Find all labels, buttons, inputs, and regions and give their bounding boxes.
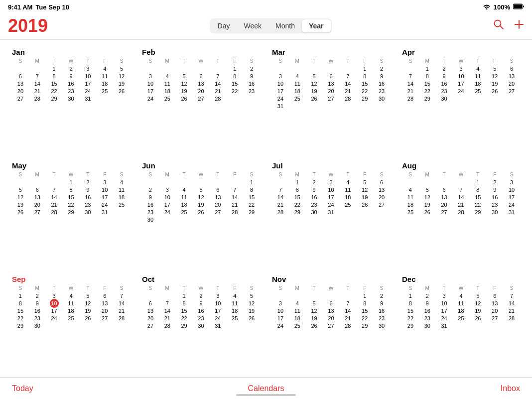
cal-day[interactable]: 27 xyxy=(503,87,520,95)
cal-day[interactable]: 5 xyxy=(176,72,193,80)
cal-day[interactable]: 21 xyxy=(402,87,419,95)
cal-day[interactable]: 12 xyxy=(193,193,210,201)
cal-day[interactable]: 1 xyxy=(243,178,260,186)
cal-day[interactable]: 3 xyxy=(96,178,113,186)
cal-day[interactable]: 20 xyxy=(29,201,46,208)
cal-day[interactable]: 17 xyxy=(272,87,289,95)
cal-day[interactable]: 26 xyxy=(193,208,210,216)
cal-day[interactable]: 1 xyxy=(46,65,63,72)
cal-day[interactable]: 7 xyxy=(226,186,243,193)
cal-day[interactable]: 8 xyxy=(402,299,419,307)
cal-day[interactable]: 22 xyxy=(63,201,80,208)
cal-day[interactable]: 31 xyxy=(209,322,226,329)
cal-day[interactable]: 31 xyxy=(272,102,289,110)
cal-day[interactable]: 26 xyxy=(113,87,130,95)
add-icon[interactable] xyxy=(514,19,524,32)
cal-day[interactable]: 5 xyxy=(419,186,436,193)
seg-year[interactable]: Year xyxy=(302,19,331,32)
cal-day[interactable]: 10 xyxy=(453,72,470,80)
cal-day[interactable]: 18 xyxy=(159,87,176,95)
cal-day[interactable]: 7 xyxy=(339,72,356,80)
search-icon[interactable] xyxy=(493,19,504,33)
cal-day[interactable]: 2 xyxy=(373,65,390,72)
cal-day[interactable]: 7 xyxy=(29,72,46,80)
month-block-jun[interactable]: JunSMTWTFS123456789101112131415161718192… xyxy=(138,159,264,265)
cal-day[interactable]: 27 xyxy=(193,95,210,102)
cal-day[interactable]: 3 xyxy=(142,72,159,80)
cal-day[interactable]: 6 xyxy=(142,299,159,307)
month-block-mar[interactable]: MarSMTWTFS123456789101112131415161718192… xyxy=(268,46,394,151)
cal-day[interactable]: 26 xyxy=(356,201,373,208)
cal-day[interactable]: 23 xyxy=(436,87,453,95)
cal-day[interactable]: 23 xyxy=(79,201,96,208)
cal-day[interactable]: 18 xyxy=(289,314,306,322)
cal-day[interactable]: 3 xyxy=(453,65,470,72)
cal-day[interactable]: 27 xyxy=(373,201,390,208)
cal-day[interactable]: 1 xyxy=(469,178,486,186)
seg-month[interactable]: Month xyxy=(268,19,302,32)
cal-day[interactable]: 14 xyxy=(29,80,46,87)
cal-day[interactable]: 11 xyxy=(159,80,176,87)
cal-day[interactable]: 18 xyxy=(453,307,470,314)
cal-day[interactable]: 19 xyxy=(243,307,260,314)
cal-day[interactable]: 18 xyxy=(402,201,419,208)
cal-day[interactable]: 12 xyxy=(243,299,260,307)
cal-day[interactable]: 30 xyxy=(193,322,210,329)
cal-day[interactable]: 1 xyxy=(176,292,193,299)
cal-day[interactable]: 14 xyxy=(272,193,289,201)
cal-day[interactable]: 27 xyxy=(436,208,453,216)
cal-day[interactable]: 15 xyxy=(356,307,373,314)
cal-day[interactable]: 12 xyxy=(469,299,486,307)
cal-day[interactable]: 15 xyxy=(12,307,29,314)
cal-day[interactable]: 19 xyxy=(12,201,29,208)
cal-day[interactable]: 19 xyxy=(356,193,373,201)
cal-day[interactable]: 20 xyxy=(209,201,226,208)
cal-day[interactable]: 15 xyxy=(226,80,243,87)
cal-day[interactable]: 2 xyxy=(63,65,80,72)
cal-day[interactable]: 1 xyxy=(402,292,419,299)
cal-day[interactable]: 26 xyxy=(486,87,503,95)
cal-day[interactable]: 21 xyxy=(209,87,226,95)
cal-day[interactable]: 22 xyxy=(226,87,243,95)
cal-day[interactable]: 18 xyxy=(113,193,130,201)
cal-day[interactable]: 30 xyxy=(63,95,80,102)
cal-day[interactable]: 12 xyxy=(306,80,323,87)
cal-day[interactable]: 10 xyxy=(209,299,226,307)
cal-day[interactable]: 9 xyxy=(373,72,390,80)
cal-day[interactable]: 2 xyxy=(436,65,453,72)
cal-day[interactable]: 30 xyxy=(486,208,503,216)
cal-day[interactable]: 20 xyxy=(436,201,453,208)
cal-day[interactable]: 5 xyxy=(306,299,323,307)
cal-day[interactable]: 7 xyxy=(209,72,226,80)
cal-day[interactable]: 17 xyxy=(323,193,340,201)
cal-day[interactable]: 30 xyxy=(373,95,390,102)
cal-day[interactable]: 29 xyxy=(12,322,29,329)
cal-day[interactable]: 5 xyxy=(469,292,486,299)
cal-day[interactable]: 20 xyxy=(12,87,29,95)
cal-day[interactable]: 28 xyxy=(339,95,356,102)
cal-day[interactable]: 26 xyxy=(12,208,29,216)
cal-day[interactable]: 16 xyxy=(419,307,436,314)
cal-day[interactable]: 3 xyxy=(159,186,176,193)
cal-day[interactable]: 4 xyxy=(226,292,243,299)
cal-day[interactable]: 23 xyxy=(306,201,323,208)
month-block-aug[interactable]: AugSMTWTFS123456789101112131415161718192… xyxy=(398,159,524,265)
cal-day[interactable]: 21 xyxy=(29,87,46,95)
cal-day[interactable]: 24 xyxy=(96,201,113,208)
cal-day[interactable]: 30 xyxy=(419,322,436,329)
cal-day[interactable]: 3 xyxy=(209,292,226,299)
cal-day[interactable]: 13 xyxy=(323,307,340,314)
cal-day[interactable]: 19 xyxy=(469,307,486,314)
cal-day[interactable]: 18 xyxy=(289,87,306,95)
cal-day[interactable]: 2 xyxy=(306,178,323,186)
cal-day[interactable]: 14 xyxy=(209,80,226,87)
cal-day[interactable]: 29 xyxy=(176,322,193,329)
cal-day[interactable]: 25 xyxy=(96,87,113,95)
cal-day[interactable]: 6 xyxy=(373,178,390,186)
cal-day[interactable]: 25 xyxy=(226,314,243,322)
cal-day[interactable]: 21 xyxy=(339,314,356,322)
cal-day[interactable]: 25 xyxy=(176,208,193,216)
cal-day[interactable]: 28 xyxy=(402,95,419,102)
cal-day[interactable]: 19 xyxy=(419,201,436,208)
cal-day[interactable]: 12 xyxy=(113,72,130,80)
